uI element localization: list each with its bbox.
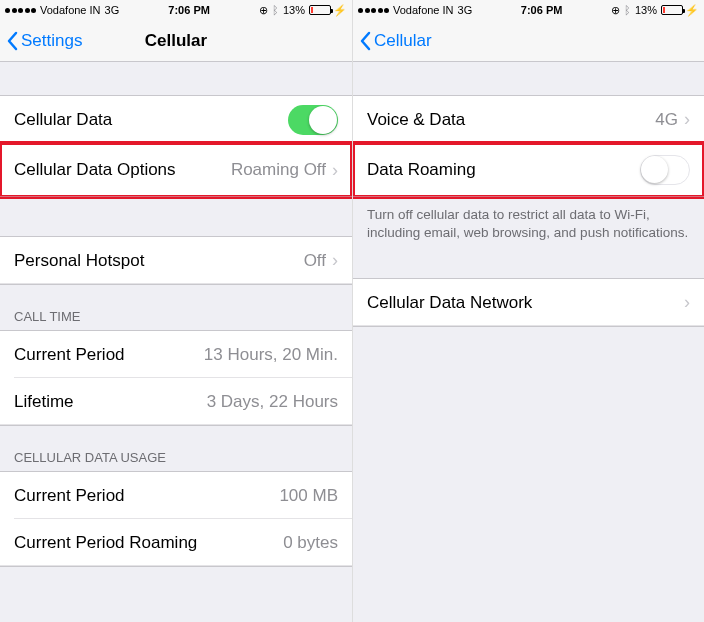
status-bar: Vodafone IN 3G 7:06 PM ⊕ ᛒ 13% ⚡ — [0, 0, 352, 20]
usage-header: CELLULAR DATA USAGE — [0, 426, 352, 471]
call-lifetime-row: Lifetime 3 Days, 22 Hours — [0, 378, 352, 425]
signal-icon — [5, 8, 36, 13]
back-button[interactable]: Settings — [6, 31, 82, 51]
screen-cellular-options: Vodafone IN 3G 7:06 PM ⊕ ᛒ 13% ⚡ Cellula… — [352, 0, 704, 622]
battery-icon — [661, 5, 683, 15]
call-current-label: Current Period — [14, 345, 204, 365]
signal-icon — [358, 8, 389, 13]
personal-hotspot-label: Personal Hotspot — [14, 251, 304, 271]
cellular-data-label: Cellular Data — [14, 110, 288, 130]
usage-current-label: Current Period — [14, 486, 279, 506]
voice-data-row[interactable]: Voice & Data 4G › — [353, 96, 704, 143]
cellular-data-options-row[interactable]: Cellular Data Options Roaming Off › — [0, 143, 352, 197]
carrier-label: Vodafone IN — [393, 4, 454, 16]
chevron-right-icon: › — [684, 109, 690, 130]
battery-icon — [309, 5, 331, 15]
status-bar: Vodafone IN 3G 7:06 PM ⊕ ᛒ 13% ⚡ — [353, 0, 704, 20]
call-current-row: Current Period 13 Hours, 20 Min. — [0, 331, 352, 378]
voice-data-label: Voice & Data — [367, 110, 655, 130]
status-time: 7:06 PM — [168, 4, 210, 16]
network-label: 3G — [105, 4, 120, 16]
network-label: 3G — [458, 4, 473, 16]
status-time: 7:06 PM — [521, 4, 563, 16]
roaming-footer: Turn off cellular data to restrict all d… — [353, 198, 704, 248]
usage-roaming-row: Current Period Roaming 0 bytes — [0, 519, 352, 566]
chevron-right-icon: › — [332, 250, 338, 271]
back-label: Settings — [21, 31, 82, 51]
back-label: Cellular — [374, 31, 432, 51]
cellular-data-toggle[interactable] — [288, 105, 338, 135]
call-time-header: CALL TIME — [0, 285, 352, 330]
usage-current-row: Current Period 100 MB — [0, 472, 352, 519]
screen-cellular: Vodafone IN 3G 7:06 PM ⊕ ᛒ 13% ⚡ Setting… — [0, 0, 352, 622]
personal-hotspot-value: Off — [304, 251, 326, 271]
cellular-data-row[interactable]: Cellular Data — [0, 96, 352, 143]
rotation-lock-icon: ⊕ — [611, 4, 620, 17]
carrier-label: Vodafone IN — [40, 4, 101, 16]
cellular-data-options-label: Cellular Data Options — [14, 160, 231, 180]
data-roaming-label: Data Roaming — [367, 160, 640, 180]
usage-roaming-value: 0 bytes — [283, 533, 338, 553]
call-lifetime-value: 3 Days, 22 Hours — [207, 392, 338, 412]
chevron-left-icon — [6, 31, 18, 51]
page-title: Cellular — [145, 31, 207, 51]
usage-roaming-label: Current Period Roaming — [14, 533, 283, 553]
charging-icon: ⚡ — [333, 4, 347, 17]
data-roaming-toggle[interactable] — [640, 155, 690, 185]
voice-data-value: 4G — [655, 110, 678, 130]
bluetooth-icon: ᛒ — [272, 4, 279, 16]
battery-percent: 13% — [635, 4, 657, 16]
call-lifetime-label: Lifetime — [14, 392, 207, 412]
nav-bar: Settings Cellular — [0, 20, 352, 62]
usage-current-value: 100 MB — [279, 486, 338, 506]
cellular-data-options-value: Roaming Off — [231, 160, 326, 180]
personal-hotspot-row[interactable]: Personal Hotspot Off › — [0, 237, 352, 284]
chevron-right-icon: › — [684, 292, 690, 313]
bluetooth-icon: ᛒ — [624, 4, 631, 16]
nav-bar: Cellular — [353, 20, 704, 62]
cellular-data-network-label: Cellular Data Network — [367, 293, 684, 313]
cellular-data-network-row[interactable]: Cellular Data Network › — [353, 279, 704, 326]
chevron-right-icon: › — [332, 160, 338, 181]
data-roaming-row[interactable]: Data Roaming — [353, 143, 704, 197]
charging-icon: ⚡ — [685, 4, 699, 17]
battery-percent: 13% — [283, 4, 305, 16]
call-current-value: 13 Hours, 20 Min. — [204, 345, 338, 365]
rotation-lock-icon: ⊕ — [259, 4, 268, 17]
chevron-left-icon — [359, 31, 371, 51]
back-button[interactable]: Cellular — [359, 31, 432, 51]
